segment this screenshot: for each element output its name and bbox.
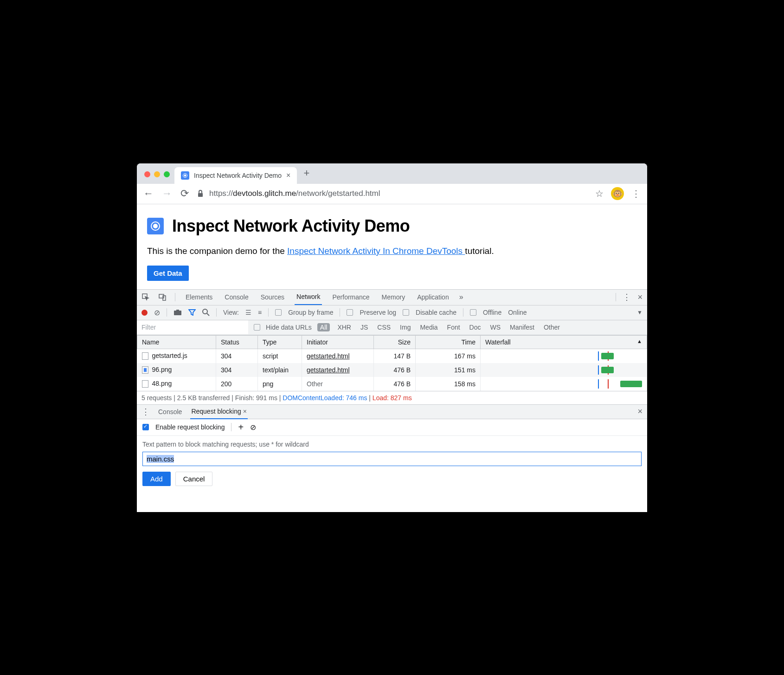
table-row[interactable]: getstarted.js 304 script getstarted.html… [137,349,647,363]
hide-data-urls-checkbox[interactable] [254,324,260,331]
svg-point-10 [203,309,207,314]
throttling-select[interactable]: Online [508,309,527,316]
forward-button[interactable]: → [162,188,172,200]
remove-all-patterns-button[interactable]: ⊘ [250,423,256,432]
profile-avatar[interactable]: 🐵 [611,187,624,200]
summary-load: Load: 827 ms [373,394,412,402]
filter-input[interactable] [137,320,248,334]
block-pattern-input[interactable] [142,452,642,466]
col-initiator[interactable]: Initiator [302,335,374,349]
page-description: This is the companion demo for the Inspe… [147,246,637,256]
tab-title: Inspect Network Activity Demo [194,172,282,179]
filter-type-doc[interactable]: Doc [468,323,483,332]
enable-request-blocking-checkbox[interactable] [142,424,149,430]
maximize-window-button[interactable] [164,171,170,177]
tab-sources[interactable]: Sources [259,290,286,305]
bookmark-star-icon[interactable]: ☆ [595,188,604,199]
drawer-tab-request-blocking[interactable]: Request blocking × [190,404,247,419]
filter-type-img[interactable]: Img [398,323,412,332]
group-by-frame-label: Group by frame [288,309,333,316]
inspect-element-icon[interactable] [141,293,150,301]
cell-initiator[interactable]: getstarted.html [307,366,350,374]
large-rows-icon[interactable]: ☰ [245,309,251,316]
cell-initiator: Other [302,377,374,391]
view-label: View: [223,309,239,316]
clear-button[interactable]: ⊘ [154,308,160,317]
table-row[interactable]: 48.png 200 png Other 476 B 158 ms [137,377,647,391]
browser-tab[interactable]: Inspect Network Activity Demo × [174,167,297,184]
browser-menu-button[interactable]: ⋮ [631,188,641,199]
filter-type-other[interactable]: Other [542,323,562,332]
offline-checkbox[interactable] [470,309,476,316]
tab-console[interactable]: Console [223,290,250,305]
table-row[interactable]: 96.png 304 text/plain getstarted.html 47… [137,363,647,377]
cell-name: 48.png [152,380,172,387]
disable-cache-checkbox[interactable] [403,309,409,316]
drawer-menu-button[interactable]: ⋮ [141,407,150,417]
devtools-menu-button[interactable]: ⋮ [623,292,631,302]
device-toolbar-icon[interactable] [158,293,167,301]
preserve-log-checkbox[interactable] [347,309,353,316]
record-button[interactable] [141,310,148,316]
filter-type-ws[interactable]: WS [488,323,503,332]
reload-button[interactable]: ⟳ [180,188,189,200]
new-tab-button[interactable]: + [297,167,316,184]
capture-screenshots-icon[interactable] [174,309,182,316]
overview-icon[interactable]: ≡ [258,309,262,316]
close-drawer-tab-button[interactable]: × [243,408,247,415]
drawer-tab-console[interactable]: Console [157,405,183,419]
network-toolbar: ⊘ View: ☰ ≡ Group by frame Preserve log … [137,305,647,320]
filter-type-js[interactable]: JS [359,323,370,332]
url-field[interactable]: https://devtools.glitch.me/network/getst… [197,189,587,198]
file-icon [142,380,148,388]
image-file-icon [142,366,148,374]
back-button[interactable]: ← [143,188,154,200]
more-tabs-button[interactable]: » [459,293,463,301]
filter-type-css[interactable]: CSS [375,323,392,332]
filter-type-font[interactable]: Font [445,323,462,332]
col-size[interactable]: Size [374,335,416,349]
close-tab-button[interactable]: × [286,171,290,180]
tab-performance[interactable]: Performance [330,290,371,305]
cell-initiator[interactable]: getstarted.html [307,352,350,360]
cell-type: text/plain [258,363,302,377]
filter-type-xhr[interactable]: XHR [335,323,353,332]
drawer-close-button[interactable]: × [637,407,643,416]
minimize-window-button[interactable] [154,171,160,177]
filter-type-all[interactable]: All [317,323,330,331]
cancel-button[interactable]: Cancel [175,472,213,486]
get-data-button[interactable]: Get Data [147,266,189,281]
filter-type-media[interactable]: Media [418,323,439,332]
footer-space [137,493,647,512]
summary-dcl: DOMContentLoaded: 746 ms [283,394,367,402]
cell-size: 476 B [374,377,416,391]
tab-memory[interactable]: Memory [380,290,407,305]
group-by-frame-checkbox[interactable] [275,309,282,316]
toolbar-dropdown-icon[interactable]: ▼ [637,309,643,316]
search-icon[interactable] [202,309,210,316]
add-button[interactable]: Add [142,472,171,486]
devtools-close-button[interactable]: × [637,292,643,302]
close-window-button[interactable] [144,171,150,177]
tab-network[interactable]: Network [295,289,322,305]
network-summary: 5 requests | 2.5 KB transferred | Finish… [137,391,647,404]
desc-post: tutorial. [465,246,494,256]
filter-icon[interactable] [188,309,196,316]
filter-type-manifest[interactable]: Manifest [508,323,536,332]
cell-type: script [258,349,302,363]
tutorial-link[interactable]: Inspect Network Activity In Chrome DevTo… [287,246,465,256]
col-time[interactable]: Time [416,335,481,349]
summary-finish: Finish: 991 ms [235,394,277,402]
devtools-panel: Elements Console Sources Network Perform… [137,289,647,512]
col-status[interactable]: Status [216,335,258,349]
tab-application[interactable]: Application [415,290,451,305]
network-filter-bar: Hide data URLs All XHR JS CSS Img Media … [137,320,647,335]
cell-name: getstarted.js [152,352,187,359]
tab-elements[interactable]: Elements [184,290,214,305]
col-name[interactable]: Name [137,335,216,349]
offline-label: Offline [483,309,501,316]
col-waterfall[interactable]: Waterfall▲ [481,335,647,349]
add-pattern-button[interactable]: + [238,422,244,433]
waterfall-cell [485,379,642,389]
col-type[interactable]: Type [258,335,302,349]
